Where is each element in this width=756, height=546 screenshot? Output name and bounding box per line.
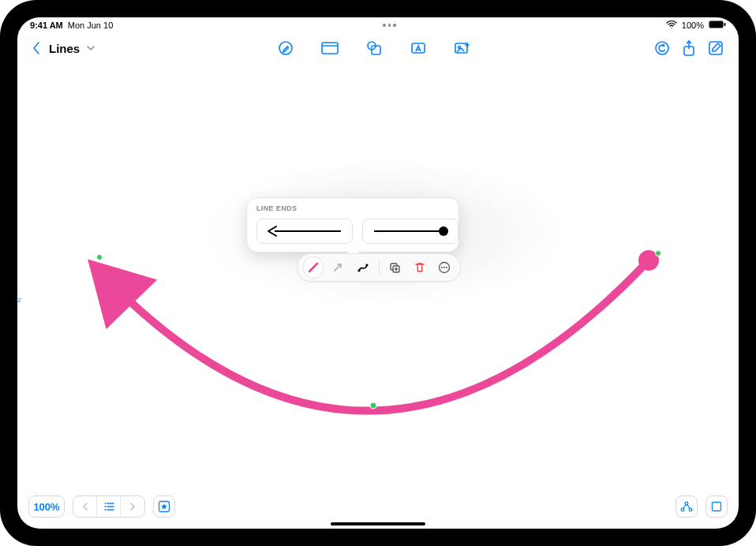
svg-point-27 [104, 509, 106, 510]
ctx-style-button[interactable] [304, 257, 323, 278]
fit-screen-button[interactable] [705, 496, 728, 518]
svg-point-23 [104, 503, 106, 504]
rectangle-icon [711, 501, 722, 512]
chevron-left-icon [81, 502, 89, 511]
line-end-left-option[interactable] [256, 219, 353, 244]
insert-text-button[interactable] [406, 36, 430, 60]
insert-shape-button[interactable] [362, 36, 386, 60]
selection-handle-end[interactable] [656, 251, 661, 256]
chevron-right-icon [129, 502, 137, 511]
bottom-left-controls: 100% [28, 496, 175, 518]
canvas[interactable]: 2 LINE ENDS [17, 63, 739, 529]
dot-icon [383, 24, 386, 27]
media-icon [454, 40, 471, 56]
page-nav [73, 496, 145, 518]
svg-point-32 [689, 508, 692, 511]
drawn-line[interactable] [17, 63, 739, 529]
shape-icon [366, 40, 382, 56]
ctx-duplicate-button[interactable] [385, 257, 404, 278]
line-style-icon [307, 261, 320, 274]
page-prev-button[interactable] [73, 496, 97, 517]
home-indicator[interactable] [331, 522, 425, 525]
svg-point-21 [443, 267, 445, 268]
svg-rect-0 [709, 21, 724, 28]
pen-circle-icon [278, 40, 294, 56]
share-button[interactable] [677, 36, 701, 60]
svg-point-22 [446, 267, 447, 268]
status-date: Mon Jun 10 [68, 21, 113, 30]
insert-media-button[interactable] [451, 36, 474, 60]
line-end-right-option[interactable] [362, 219, 458, 244]
status-time: 9:41 AM [30, 21, 63, 30]
undo-icon [654, 40, 670, 56]
insert-table-button[interactable] [318, 36, 342, 60]
battery-percent: 100% [682, 21, 704, 30]
status-bar: 9:41 AM Mon Jun 10 100% [17, 17, 739, 33]
edit-button[interactable] [704, 36, 728, 60]
selection-handle-mid[interactable] [370, 402, 376, 409]
screen: 9:41 AM Mon Jun 10 100% [17, 17, 739, 529]
share-icon [682, 39, 696, 57]
more-icon [438, 261, 451, 274]
separator [379, 260, 380, 275]
svg-point-9 [656, 42, 668, 54]
svg-point-16 [365, 264, 368, 266]
svg-rect-33 [713, 503, 721, 511]
svg-point-15 [357, 269, 360, 271]
trash-icon [414, 261, 426, 274]
table-icon [321, 41, 339, 55]
duplicate-icon [388, 261, 401, 274]
doc-title[interactable]: Lines [49, 42, 80, 55]
svg-point-30 [685, 502, 688, 505]
list-icon [103, 502, 114, 511]
ctx-arrow-button[interactable] [329, 257, 348, 278]
svg-rect-3 [322, 43, 338, 54]
curve-icon [357, 261, 369, 274]
star-icon [158, 500, 170, 513]
dot-icon [388, 24, 391, 27]
node-tool-button[interactable] [676, 496, 698, 518]
line-ends-popover: LINE ENDS [246, 197, 459, 252]
chevron-left-icon [32, 41, 41, 55]
back-button[interactable] [28, 36, 44, 60]
textbox-icon [410, 40, 426, 56]
dot-icon [393, 24, 396, 27]
svg-rect-1 [724, 23, 726, 26]
doc-menu-button[interactable] [84, 36, 97, 60]
zoom-button[interactable]: 100% [28, 496, 65, 518]
format-pen-button[interactable] [274, 36, 298, 60]
page-next-button[interactable] [121, 496, 144, 517]
selection-handle-start[interactable] [97, 255, 103, 260]
context-toolbar [297, 253, 461, 282]
undo-button[interactable] [650, 36, 674, 60]
nodes-icon [680, 501, 693, 512]
multitask-indicator[interactable] [113, 24, 666, 27]
arrow-diag-icon [331, 261, 344, 274]
ctx-delete-button[interactable] [410, 257, 429, 278]
dot-right-glyph [371, 225, 450, 237]
popover-title: LINE ENDS [256, 204, 449, 212]
ctx-more-button[interactable] [435, 257, 454, 278]
favorite-button[interactable] [153, 496, 175, 518]
toolbar: Lines [17, 33, 739, 63]
chevron-down-icon [86, 43, 95, 53]
wifi-icon [666, 21, 677, 30]
edit-icon [708, 40, 724, 56]
svg-point-14 [439, 226, 448, 236]
bottom-right-controls [676, 496, 728, 518]
svg-point-20 [441, 267, 443, 268]
svg-point-25 [104, 506, 106, 507]
svg-point-31 [681, 508, 684, 511]
battery-icon [709, 21, 726, 30]
page-list-button[interactable] [97, 496, 121, 517]
svg-rect-11 [709, 42, 722, 54]
device-frame: 9:41 AM Mon Jun 10 100% [0, 0, 756, 546]
ctx-curve-button[interactable] [354, 257, 372, 278]
arrow-left-glyph [265, 225, 344, 237]
